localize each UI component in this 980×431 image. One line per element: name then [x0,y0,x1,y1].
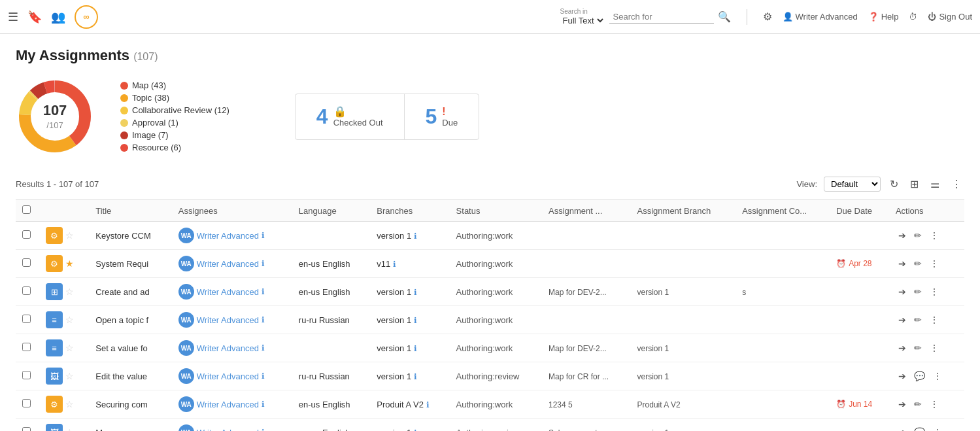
select-all-checkbox[interactable] [22,205,31,214]
assignee-link[interactable]: Writer Advanced [197,428,259,432]
star-icon[interactable]: ☆ [65,230,74,241]
star-icon[interactable]: ☆ [65,343,74,353]
timer-icon-area[interactable]: ⏱ [909,12,917,22]
goto-button[interactable]: ➔ [896,341,909,354]
alarm-icon: ⏰ [836,400,846,409]
filter-icon[interactable]: ⚌ [928,177,942,192]
row-actions: ➔ 💬 ⋮ [896,370,958,383]
columns-icon[interactable]: ⊞ [907,177,921,192]
edit-button[interactable]: ✏ [911,313,924,326]
goto-button[interactable]: ➔ [896,257,909,270]
search-in-label: Search in [560,8,605,15]
branch-info-icon[interactable]: ℹ [426,400,430,409]
goto-button[interactable]: ➔ [896,426,909,431]
row-assignment-co: s [742,288,746,297]
row-language: en-us English [299,259,350,269]
info-icon[interactable]: ℹ [262,371,265,381]
row-checkbox[interactable] [22,427,31,431]
row-checkbox[interactable] [22,399,31,407]
assignee-link[interactable]: Writer Advanced [197,287,259,297]
info-icon[interactable]: ℹ [262,231,265,240]
row-checkbox[interactable] [22,286,31,295]
more-button[interactable]: ⋮ [927,229,941,242]
more-button[interactable]: ⋮ [930,370,945,383]
row-assignment-branch: version 1 [637,344,669,353]
comment-button[interactable]: 💬 [911,370,928,383]
edit-button[interactable]: ✏ [911,285,924,298]
hamburger-icon[interactable]: ☰ [8,10,18,24]
alarm-icon: ⏰ [836,259,846,268]
more-button[interactable]: ⋮ [927,257,941,270]
edit-button[interactable]: ✏ [911,257,924,270]
star-icon[interactable]: ☆ [65,315,74,325]
star-icon[interactable]: ☆ [65,286,74,297]
info-icon[interactable]: ℹ [262,259,265,268]
edit-button[interactable]: ✏ [911,341,924,354]
settings-icon[interactable]: ⚙ [763,10,772,23]
assignee-avatar: WA [178,284,194,300]
assignments-table: Title Assignees Language Branches Status… [16,199,964,431]
goto-button[interactable]: ➔ [896,229,909,242]
assignee-link[interactable]: Writer Advanced [197,231,259,241]
info-icon[interactable]: ℹ [262,343,265,353]
branch-info-icon[interactable]: ℹ [414,316,417,325]
help-button[interactable]: ❓ Help [868,12,899,22]
row-checkbox[interactable] [22,315,31,323]
user-menu[interactable]: 👤 Writer Advanced [783,12,858,22]
row-checkbox[interactable] [22,371,31,379]
row-checkbox[interactable] [22,230,31,239]
more-button[interactable]: ⋮ [927,341,941,354]
search-type-select[interactable]: Full Text [560,15,605,26]
assignee-link[interactable]: Writer Advanced [197,315,259,325]
info-icon[interactable]: ℹ [262,315,265,324]
star-icon[interactable]: ☆ [65,399,74,409]
bookmark-icon[interactable]: 🔖 [27,10,42,24]
row-assignment: Submap create... [549,428,608,432]
row-checkbox[interactable] [22,258,31,267]
info-icon[interactable]: ℹ [262,287,265,296]
search-icon[interactable]: 🔍 [718,10,731,23]
row-due-date: ⏰Apr 28 [836,259,883,268]
search-input[interactable] [609,10,714,24]
table-row: 🖼 ☆ Edit the value WA Writer Advanced ℹ … [16,362,964,390]
edit-button[interactable]: ✏ [911,398,924,411]
table-row: 🖼 ☆ Manage comr WA Writer Advanced ℹ en-… [16,419,964,432]
star-icon[interactable]: ☆ [65,371,74,381]
legend-item: Collaborative Review (12) [120,105,229,115]
assignee-link[interactable]: Writer Advanced [197,259,259,269]
star-icon[interactable]: ☆ [65,427,74,431]
more-button[interactable]: ⋮ [927,313,941,326]
branch-info-icon[interactable]: ℹ [393,260,396,269]
view-select[interactable]: Default Compact Detailed [824,177,881,192]
edit-button[interactable]: ✏ [911,229,924,242]
branch-info-icon[interactable]: ℹ [414,428,417,432]
branch-info-icon[interactable]: ℹ [414,232,417,241]
branch-info-icon[interactable]: ℹ [414,288,417,297]
info-icon[interactable]: ℹ [262,400,265,409]
signout-button[interactable]: ⏻ Sign Out [928,12,972,22]
assignee-link[interactable]: Writer Advanced [197,400,259,409]
branch-info-icon[interactable]: ℹ [414,372,417,381]
row-assignment-branch: version 1 [637,372,669,381]
warning-icon: ! [442,106,458,118]
col-branches: Branches [370,200,449,222]
goto-button[interactable]: ➔ [896,285,909,298]
row-checkbox[interactable] [22,343,31,351]
users-icon[interactable]: 👥 [51,10,65,24]
more-button[interactable]: ⋮ [927,285,941,298]
assignee-link[interactable]: Writer Advanced [197,371,259,381]
comment-button[interactable]: 💬 [911,426,928,431]
star-icon[interactable]: ★ [65,258,74,269]
col-assignment: Assignment ... [542,200,631,222]
more-options-icon[interactable]: ⋮ [949,177,964,192]
more-button[interactable]: ⋮ [930,426,945,431]
goto-button[interactable]: ➔ [896,370,909,383]
branch-info-icon[interactable]: ℹ [414,344,417,353]
topic-type-icon: ≡ [46,339,63,356]
goto-button[interactable]: ➔ [896,313,909,326]
info-icon[interactable]: ℹ [262,428,265,431]
refresh-icon[interactable]: ↻ [887,177,901,192]
goto-button[interactable]: ➔ [896,398,909,411]
more-button[interactable]: ⋮ [927,398,941,411]
assignee-link[interactable]: Writer Advanced [197,343,259,353]
